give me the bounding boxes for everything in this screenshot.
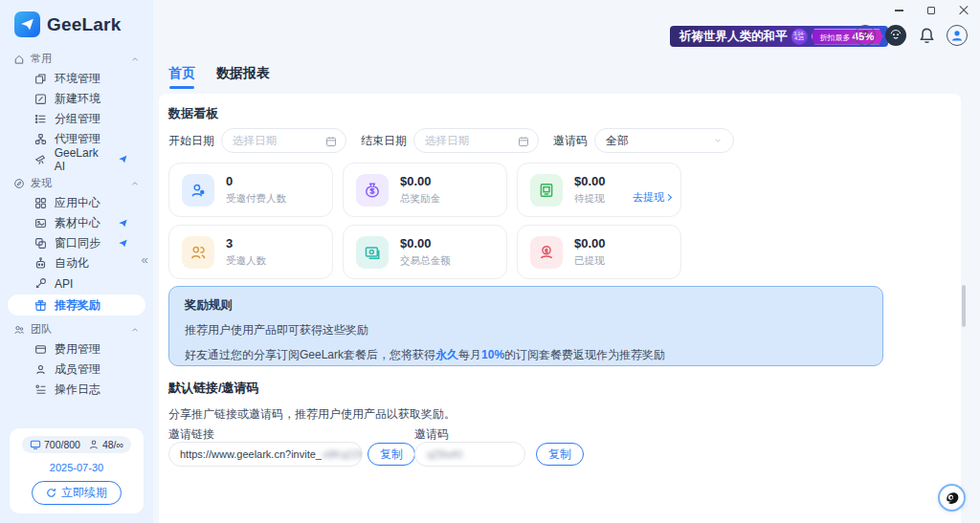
sidebar-item-label: 成员管理 — [55, 361, 100, 378]
chevron-right-icon — [665, 194, 672, 201]
sidebar-item-label: 推荐奖励 — [55, 297, 100, 314]
rules-line2-prefix: 好友通过您的分享订阅GeeLark套餐后，您将获得 — [185, 348, 435, 361]
sidebar-item-api[interactable]: API — [0, 273, 153, 294]
env-usage-value: 700/800 — [44, 439, 80, 450]
stat-value: 0 — [226, 174, 286, 188]
sidebar-section-discover[interactable]: 发现 — [0, 173, 153, 193]
invite-section-desc: 分享推广链接或邀请码，推荐用户使用产品以获取奖励。 — [168, 406, 456, 423]
promo-date-badge: 3.14- 4.25 — [791, 29, 808, 45]
sidebar-item-operation-logs[interactable]: 操作日志 — [0, 380, 153, 400]
sidebar-item-material-center[interactable]: 素材中心 — [0, 213, 153, 233]
invite-link-field[interactable]: https://www.geelark.cn?invite_x8Kq2ZtRw — [168, 442, 363, 467]
sidebar-item-referral-rewards[interactable]: 推荐奖励 — [8, 294, 145, 316]
notifications-button[interactable] — [916, 25, 937, 46]
flash-badge-icon — [118, 238, 128, 249]
stat-label: 受邀付费人数 — [226, 192, 286, 206]
support-button[interactable] — [885, 25, 906, 46]
sidebar-item-app-center[interactable]: 应用中心 — [0, 193, 153, 213]
money-bag-icon — [356, 174, 389, 207]
sidebar-item-env-management[interactable]: 环境管理 — [0, 69, 153, 89]
sidebar-nav: 常用 环境管理 新建环境 分组管理 代理管理 GeeLark AI 发现 — [0, 43, 153, 400]
sidebar-item-label: 操作日志 — [55, 381, 100, 398]
rules-line1: 推荐用户使用产品即可获得这些奖励 — [185, 322, 867, 338]
sidebar-item-member-management[interactable]: 成员管理 — [0, 360, 153, 380]
sidebar-item-new-env[interactable]: 新建环境 — [0, 89, 153, 109]
mascot-icon — [944, 490, 961, 507]
sidebar-item-group-management[interactable]: 分组管理 — [0, 109, 153, 129]
scrollbar-thumb[interactable] — [962, 285, 966, 327]
sidebar-item-label: 新建环境 — [55, 91, 100, 107]
monitor-icon — [30, 439, 41, 450]
refresh-icon — [46, 488, 56, 498]
invite-code-select-value: 全部 — [606, 133, 629, 149]
invite-code-field[interactable]: qZ8wKt — [414, 442, 525, 467]
invite-code-redacted: qZ8wKt — [427, 448, 462, 460]
rules-line2-suffix: 的订阅套餐费返现作为推荐奖励 — [504, 348, 665, 361]
sidebar: GeeLark 常用 环境管理 新建环境 分组管理 代理管理 GeeLark A… — [0, 0, 153, 523]
stat-label: 已提现 — [574, 254, 606, 268]
sidebar-item-cost-management[interactable]: 费用管理 — [0, 339, 153, 360]
copy-link-button[interactable]: 复制 — [368, 443, 415, 466]
tab-data-report[interactable]: 数据报表 — [216, 65, 270, 89]
team-icon — [13, 324, 25, 336]
invite-link-redacted: x8Kq2ZtRw — [323, 448, 363, 460]
calendar-icon — [518, 136, 529, 147]
invite-code-select[interactable]: 全部 — [594, 128, 734, 153]
chevron-up-icon — [130, 325, 140, 335]
logo: GeeLark — [0, 0, 153, 43]
account-button[interactable] — [947, 25, 968, 46]
help-button[interactable]: ? — [855, 25, 876, 46]
logo-text: GeeLark — [47, 14, 121, 35]
sidebar-item-label: 自动化 — [55, 255, 89, 272]
sidebar-section-team[interactable]: 团队 — [0, 319, 153, 339]
copy-code-button[interactable]: 复制 — [536, 443, 584, 466]
go-withdraw-link[interactable]: 去提现 — [633, 190, 671, 205]
sidebar-item-label: GeeLark AI — [55, 146, 111, 173]
stat-value: $0.00 — [574, 236, 606, 251]
minimize-icon — [895, 10, 903, 11]
maximize-icon — [927, 7, 935, 14]
credit-card-icon — [34, 343, 47, 356]
member-usage-value: 48/∞ — [102, 439, 123, 450]
sidebar-item-automation[interactable]: 自动化 — [0, 253, 153, 273]
close-button[interactable] — [953, 3, 974, 18]
minimize-button[interactable] — [888, 3, 909, 18]
chevron-up-icon — [130, 179, 140, 188]
stat-value: $0.00 — [574, 174, 606, 188]
media-icon — [34, 217, 47, 229]
help-icon: ? — [861, 29, 868, 42]
stat-label: 交易总金额 — [400, 254, 451, 268]
home-icon — [13, 54, 25, 65]
sidebar-item-window-sync[interactable]: 窗口同步 — [0, 233, 153, 253]
invite-link-row: https://www.geelark.cn?invite_x8Kq2ZtRw — [168, 442, 363, 467]
tab-home[interactable]: 首页 — [168, 65, 195, 89]
section-label: 发现 — [31, 176, 52, 190]
assistant-float-button[interactable] — [938, 484, 966, 512]
sidebar-item-label: 代理管理 — [55, 131, 100, 147]
person-icon — [88, 439, 100, 450]
sync-windows-icon — [34, 237, 47, 250]
window-controls — [888, 3, 974, 18]
gift-icon — [34, 299, 47, 312]
stat-card-pending-withdraw: $0.00 待提现 去提现 — [517, 163, 681, 217]
dashboard-title: 数据看板 — [168, 105, 218, 122]
rules-line2: 好友通过您的分享订阅GeeLark套餐后，您将获得永久每月10%的订阅套餐费返现… — [185, 347, 867, 363]
wrench-icon — [34, 277, 47, 290]
renew-button[interactable]: 立即续期 — [32, 481, 122, 505]
banknotes-icon — [356, 236, 389, 269]
sidebar-collapse-button[interactable]: « — [137, 251, 152, 269]
support-agent-icon — [889, 29, 902, 42]
invite-code-filter-label: 邀请码 — [553, 133, 588, 149]
usage-pill: 700/800 48/∞ — [22, 436, 131, 453]
sidebar-item-geelark-ai[interactable]: GeeLark AI — [0, 149, 153, 169]
stat-value: $0.00 — [400, 236, 451, 251]
filter-row: 开始日期 结束日期 邀请码 全部 — [168, 128, 734, 153]
sidebar-section-common[interactable]: 常用 — [0, 49, 153, 69]
maximize-button[interactable] — [921, 3, 942, 18]
header-icons: ? — [855, 25, 968, 46]
invite-section-title: 默认链接/邀请码 — [168, 380, 259, 397]
main-tabs: 首页 数据报表 — [168, 65, 270, 89]
invite-link-label: 邀请链接 — [168, 426, 214, 443]
chevron-down-icon — [713, 136, 723, 145]
compass-icon — [13, 178, 25, 189]
